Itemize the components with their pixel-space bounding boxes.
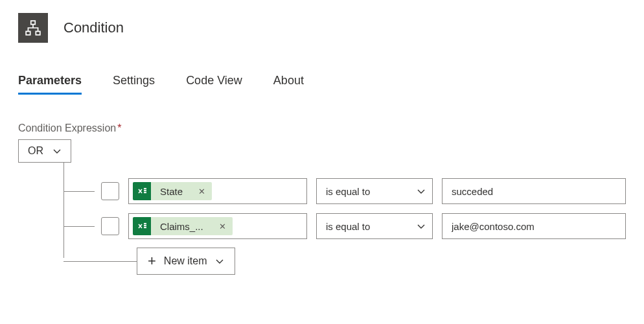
tree-branch-line <box>63 261 137 262</box>
tab-parameters[interactable]: Parameters <box>18 74 82 95</box>
svg-rect-10 <box>144 227 146 228</box>
tab-settings[interactable]: Settings <box>113 74 155 95</box>
card-header: Condition <box>18 13 626 43</box>
dynamic-content-token: State ✕ <box>133 182 212 200</box>
value-input[interactable] <box>442 213 626 239</box>
group-operator-label: OR <box>28 145 43 157</box>
svg-rect-0 <box>31 21 36 24</box>
condition-icon <box>18 13 48 43</box>
condition-row: Claims_... ✕ is equal to <box>18 211 626 242</box>
section-label: Condition Expression* <box>18 122 626 134</box>
svg-rect-6 <box>144 192 146 193</box>
condition-tree: State ✕ is equal to <box>18 163 626 277</box>
new-item-row: + New item <box>18 246 626 277</box>
tab-code-view[interactable]: Code View <box>186 74 242 95</box>
svg-rect-4 <box>144 188 146 189</box>
group-operator-dropdown[interactable]: OR <box>18 139 71 163</box>
svg-rect-1 <box>26 31 30 34</box>
tree-branch-line <box>63 226 95 227</box>
excel-icon <box>133 182 151 200</box>
token-label: Claims_... <box>151 221 213 232</box>
chevron-down-icon <box>417 187 426 196</box>
new-item-button[interactable]: + New item <box>137 248 235 275</box>
tab-about[interactable]: About <box>273 74 304 95</box>
row-checkbox[interactable] <box>101 217 119 235</box>
svg-rect-8 <box>144 223 146 224</box>
operator-dropdown[interactable]: is equal to <box>316 178 433 204</box>
operand-field[interactable]: State ✕ <box>128 178 307 204</box>
token-remove-button[interactable]: ✕ <box>213 222 233 231</box>
token-remove-button[interactable]: ✕ <box>192 187 212 196</box>
card-title: Condition <box>63 19 124 36</box>
svg-rect-9 <box>144 225 146 226</box>
operator-label: is equal to <box>326 186 370 197</box>
tree-branch-line <box>63 191 95 192</box>
operator-label: is equal to <box>326 221 370 232</box>
dynamic-content-token: Claims_... ✕ <box>133 217 233 235</box>
chevron-down-icon <box>52 146 62 156</box>
plus-icon: + <box>148 254 156 268</box>
operand-field[interactable]: Claims_... ✕ <box>128 213 307 239</box>
row-checkbox[interactable] <box>101 182 119 200</box>
required-indicator: * <box>117 122 121 133</box>
tab-bar: Parameters Settings Code View About <box>18 74 626 95</box>
svg-rect-2 <box>36 31 40 34</box>
condition-row: State ✕ is equal to <box>18 176 626 207</box>
chevron-down-icon <box>215 257 224 266</box>
token-label: State <box>151 186 192 197</box>
excel-icon <box>133 217 151 235</box>
operator-dropdown[interactable]: is equal to <box>316 213 433 239</box>
svg-rect-5 <box>144 190 146 191</box>
value-input[interactable] <box>442 178 626 204</box>
chevron-down-icon <box>417 222 426 231</box>
section-label-text: Condition Expression <box>18 122 116 133</box>
new-item-label: New item <box>164 255 207 267</box>
